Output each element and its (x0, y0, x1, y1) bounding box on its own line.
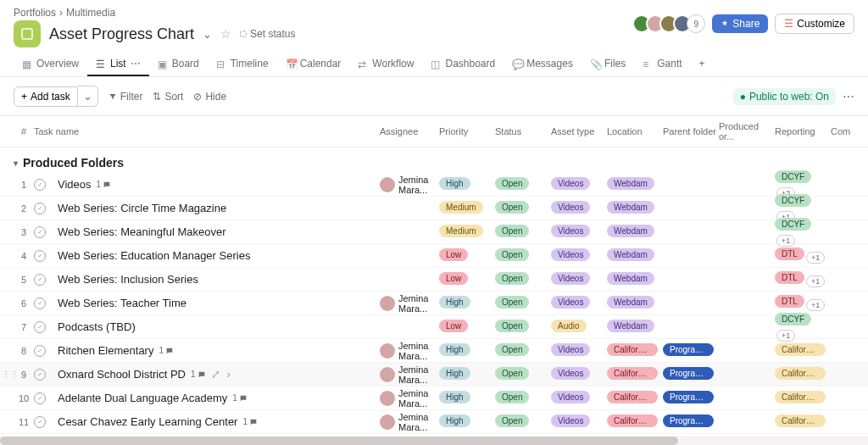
cell-location[interactable]: Webdam (607, 225, 663, 240)
complete-check-icon[interactable] (34, 274, 46, 286)
cell-location[interactable]: Californi... (607, 343, 663, 359)
cell-reporting[interactable]: California Tra... (775, 343, 831, 359)
cell-assignee[interactable]: Jemina Mara... (380, 412, 439, 432)
share-button[interactable]: Share (712, 14, 768, 33)
cell-status[interactable]: Open (495, 296, 551, 311)
pill[interactable]: DTL (775, 248, 804, 260)
cell-reporting[interactable]: California Tra... (775, 367, 831, 382)
pill[interactable]: Webdam (607, 177, 654, 190)
pill[interactable]: California Tra... (775, 391, 826, 403)
tab-gantt[interactable]: ≡Gantt (634, 53, 690, 76)
cell-asset-type[interactable]: Videos (551, 201, 607, 216)
cell-priority[interactable]: Medium (439, 225, 495, 240)
breadcrumb-item[interactable]: Portfolios (14, 7, 56, 19)
cell-location[interactable]: Californi... (607, 414, 663, 430)
cell-priority[interactable]: High (439, 367, 495, 382)
cell-priority[interactable]: Low (439, 248, 495, 264)
pill[interactable]: Videos (551, 272, 590, 285)
tab-board[interactable]: ▣Board (149, 53, 208, 76)
cell-status[interactable]: Open (495, 391, 551, 406)
cell-reporting[interactable]: DTL+1 (775, 271, 831, 287)
cell-assignee[interactable]: Jemina Mara... (380, 341, 439, 361)
complete-check-icon[interactable] (34, 298, 46, 309)
col-assignee[interactable]: Assignee (380, 126, 439, 136)
complete-check-icon[interactable] (34, 321, 46, 333)
hide-button[interactable]: ⊘ Hide (193, 91, 226, 103)
cell-assignee[interactable]: Jemina Mara... (380, 175, 439, 195)
cell-location[interactable]: Webdam (607, 201, 663, 216)
pill[interactable]: Californi... (607, 343, 658, 356)
pill[interactable]: Californi... (607, 414, 658, 427)
pill[interactable]: Audio (551, 320, 587, 332)
tab-dashboard[interactable]: ◫Dashboard (422, 53, 504, 76)
pill[interactable]: Open (495, 248, 529, 261)
cell-location[interactable]: Californi... (607, 391, 663, 406)
task-name[interactable]: Oxnard School District PD1⤢› (34, 368, 380, 381)
task-name[interactable]: Web Series: Education Manager Series (34, 249, 380, 262)
complete-check-icon[interactable] (34, 250, 46, 262)
task-row[interactable]: ⋮⋮9Oxnard School District PD1⤢›Jemina Ma… (0, 363, 868, 387)
cell-location[interactable]: Webdam (607, 248, 663, 264)
pill[interactable]: Low (439, 320, 468, 332)
pill[interactable]: Webdam (607, 272, 654, 285)
tab-timeline[interactable]: ⊟Timeline (208, 53, 277, 76)
comment-count[interactable]: 1 (97, 180, 112, 189)
col-priority[interactable]: Priority (439, 126, 495, 136)
pill[interactable]: DCYF (775, 194, 811, 207)
pill[interactable]: Videos (551, 201, 590, 214)
cell-reporting[interactable]: DCYF+1 (775, 313, 831, 342)
task-row[interactable]: ⋮⋮2Web Series: Circle Time MagazineMediu… (0, 197, 868, 220)
pill[interactable]: Videos (551, 248, 590, 261)
pill[interactable]: DCYF (775, 313, 811, 325)
more-tags[interactable]: +1 (806, 275, 825, 287)
task-name[interactable]: Videos1 (34, 178, 380, 191)
task-row[interactable]: ⋮⋮6Web Series: Teacher TimeJemina Mara..… (0, 292, 868, 315)
cell-parent[interactable]: Program ... (663, 391, 719, 406)
pill[interactable]: High (439, 367, 470, 380)
pill[interactable]: Videos (551, 343, 590, 356)
cell-assignee[interactable]: Jemina Mara... (380, 364, 439, 385)
customize-button[interactable]: ☰Customize (775, 14, 854, 34)
col-location[interactable]: Location (607, 126, 663, 136)
complete-check-icon[interactable] (34, 203, 46, 214)
pill[interactable]: Program ... (663, 367, 714, 380)
cell-parent[interactable]: Program ... (663, 367, 719, 382)
add-tab-button[interactable]: + (691, 53, 714, 76)
comment-count[interactable]: 1 (232, 393, 248, 403)
cell-reporting[interactable]: California Tra... (775, 391, 831, 406)
pill[interactable]: Open (495, 391, 529, 403)
task-row[interactable]: ⋮⋮1Videos1Jemina Mara...HighOpenVideosWe… (0, 173, 868, 197)
pill[interactable]: Open (495, 272, 529, 285)
cell-asset-type[interactable]: Videos (551, 367, 607, 382)
cell-asset-type[interactable]: Videos (551, 248, 607, 264)
move-icon[interactable]: ⤢ (211, 368, 220, 381)
col-comments[interactable]: Com (831, 126, 854, 136)
pill[interactable]: Open (495, 225, 529, 237)
col-status[interactable]: Status (495, 126, 551, 136)
tab-list[interactable]: ☰List ⋯ (87, 53, 149, 76)
cell-asset-type[interactable]: Videos (551, 414, 607, 430)
pill[interactable]: California Tra... (775, 414, 826, 427)
col-asset-type[interactable]: Asset type (551, 126, 607, 136)
pill[interactable]: Videos (551, 177, 590, 190)
pill[interactable]: Low (439, 248, 468, 261)
pill[interactable]: California Tra... (775, 367, 826, 380)
project-menu-chevron-icon[interactable]: ⌄ (203, 28, 212, 41)
complete-check-icon[interactable] (34, 226, 46, 238)
cell-priority[interactable]: High (439, 414, 495, 430)
cell-priority[interactable]: Medium (439, 201, 495, 216)
drag-handle-icon[interactable]: ⋮⋮ (2, 370, 19, 379)
pill[interactable]: Program ... (663, 414, 714, 427)
pill[interactable]: Open (495, 367, 529, 380)
pill[interactable]: Videos (551, 367, 590, 380)
section-header[interactable]: ▾Produced Folders (0, 147, 868, 173)
cell-reporting[interactable]: DTL+1 (775, 295, 831, 311)
sort-button[interactable]: ⇅ Sort (153, 91, 183, 103)
details-icon[interactable]: › (227, 368, 231, 381)
horizontal-scrollbar[interactable] (0, 437, 868, 445)
pill[interactable]: California Tra... (775, 343, 826, 356)
cell-parent[interactable]: Program ... (663, 414, 719, 430)
task-name[interactable]: Web Series: Meaningful Makeover (34, 225, 380, 238)
task-row[interactable]: ⋮⋮7Podcasts (TBD)LowOpenAudioWebdamDCYF+… (0, 315, 868, 339)
pill[interactable]: DCYF (775, 218, 811, 231)
